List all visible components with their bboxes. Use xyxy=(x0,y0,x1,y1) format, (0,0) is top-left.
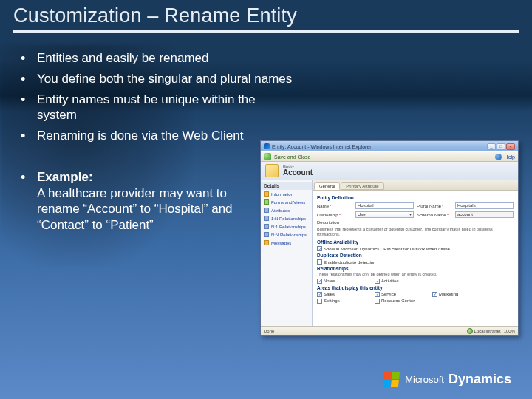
save-close-button[interactable]: Save and Close xyxy=(274,154,310,160)
activities-checkbox[interactable]: ✓ xyxy=(375,279,380,284)
tab-strip: General Primary Attribute xyxy=(313,180,518,191)
sidebar-item-label: Attributes xyxy=(271,208,290,213)
maximize-button[interactable]: □ xyxy=(497,143,505,150)
sidebar: Details Information Forms and Views Attr… xyxy=(261,180,313,326)
sidebar-item-forms-views[interactable]: Forms and Views xyxy=(261,198,312,206)
title-underline xyxy=(13,30,519,33)
sidebar-item-label: Forms and Views xyxy=(271,200,305,205)
relationships-note: These relationships may only be defined … xyxy=(317,272,514,277)
rel-icon xyxy=(264,216,269,221)
section-relationships: Relationships xyxy=(317,266,514,271)
ie-window: Entity: Account - Windows Internet Explo… xyxy=(260,140,519,336)
area-rc-label: Resource Center xyxy=(381,299,415,303)
area-marketing-checkbox[interactable]: ✓ xyxy=(432,292,437,297)
section-duplicate: Duplicate Detection xyxy=(317,253,514,258)
offline-label: Show in Microsoft Dynamics CRM client fo… xyxy=(324,247,450,251)
section-offline: Offline Availability xyxy=(317,239,514,245)
help-icon xyxy=(495,154,502,160)
bullet-item: Entity names must be unique within the s… xyxy=(21,92,257,124)
info-icon xyxy=(264,191,269,197)
minimize-button[interactable]: _ xyxy=(487,143,496,150)
close-button[interactable]: × xyxy=(506,143,515,150)
help-link[interactable]: Help xyxy=(505,154,515,160)
zoom-level[interactable]: 100% xyxy=(504,329,515,333)
schema-input: account xyxy=(455,211,514,218)
area-marketing-label: Marketing xyxy=(439,292,458,296)
messages-icon xyxy=(264,240,269,245)
example-label: Example: xyxy=(37,170,93,184)
sidebar-item-label: 1:N Relationships xyxy=(271,216,306,221)
zone-icon xyxy=(467,328,473,334)
entity-header: Entity Account xyxy=(261,162,518,180)
ie-window-title: Entity: Account - Windows Internet Explo… xyxy=(272,144,485,149)
area-service-checkbox[interactable]: ✓ xyxy=(375,292,380,297)
area-service-label: Service xyxy=(381,292,396,296)
ie-titlebar: Entity: Account - Windows Internet Explo… xyxy=(261,141,518,151)
plural-name-input[interactable]: Hospitals xyxy=(455,202,514,209)
zone-label: Local intranet xyxy=(474,329,501,333)
sidebar-item-label: Messages xyxy=(271,241,291,245)
sidebar-item-nn[interactable]: N:N Relationships xyxy=(261,231,312,239)
crm-toolbar: Save and Close Help xyxy=(261,151,518,162)
ie-favicon-icon xyxy=(264,143,270,149)
microsoft-flag-icon xyxy=(383,372,400,387)
ownership-label: Ownership* xyxy=(317,213,352,217)
status-done: Done xyxy=(264,329,274,333)
entity-folder-icon xyxy=(265,164,279,177)
sidebar-item-attributes[interactable]: Attributes xyxy=(261,206,312,214)
area-sales-label: Sales xyxy=(324,292,335,296)
forms-icon xyxy=(264,200,269,205)
attributes-icon xyxy=(264,208,269,213)
name-input[interactable]: Hospital xyxy=(355,202,414,209)
area-rc-checkbox[interactable] xyxy=(375,299,380,304)
sidebar-item-messages[interactable]: Messages xyxy=(261,239,312,247)
bullet-item: You define both the singular and plural … xyxy=(21,71,519,87)
rel-icon xyxy=(264,224,269,229)
save-close-icon xyxy=(264,153,271,160)
entity-name: Account xyxy=(283,168,313,177)
bullet-list: Entities and easily be renamed You defin… xyxy=(21,50,519,144)
sidebar-heading: Details xyxy=(261,182,312,190)
brand-word-2: Dynamics xyxy=(449,372,511,387)
security-zone: Local intranet xyxy=(467,328,501,334)
section-entity-definition: Entity Definition xyxy=(317,195,514,200)
sidebar-item-label: Information xyxy=(271,192,293,197)
bullet-item: Renaming is done via the Web Client xyxy=(21,128,257,144)
activities-label: Activities xyxy=(381,279,399,283)
sidebar-item-label: N:1 Relationships xyxy=(271,225,306,229)
ownership-select[interactable]: User xyxy=(355,211,414,218)
name-label: Name* xyxy=(317,204,352,208)
dup-label: Enable duplicate detection xyxy=(324,260,375,265)
sidebar-item-information[interactable]: Information xyxy=(261,190,312,198)
tab-primary-attribute[interactable]: Primary Attribute xyxy=(341,182,383,190)
brand-word-1: Microsoft xyxy=(405,374,444,385)
area-settings-label: Settings xyxy=(324,299,340,303)
plural-name-label: Plural Name* xyxy=(417,204,452,208)
schema-label: Schema Name* xyxy=(417,213,452,217)
notes-checkbox[interactable]: ✓ xyxy=(317,279,322,284)
offline-checkbox[interactable]: ✓ xyxy=(317,246,322,251)
rel-icon xyxy=(264,232,269,237)
sidebar-item-n1[interactable]: N:1 Relationships xyxy=(261,222,312,231)
area-settings-checkbox[interactable] xyxy=(317,299,322,304)
brand-footer: Microsoft Dynamics xyxy=(383,372,511,387)
example-body: A healthcare provider may want to rename… xyxy=(37,186,233,233)
dup-checkbox[interactable] xyxy=(317,259,322,265)
bullet-item-example: Example: A healthcare provider may want … xyxy=(21,169,257,233)
status-bar: Done Local intranet 100% xyxy=(261,326,518,335)
section-areas: Areas that display this entity xyxy=(317,285,514,290)
sidebar-item-1n[interactable]: 1:N Relationships xyxy=(261,214,312,222)
form-panel: Entity Definition Name* Hospital Plural … xyxy=(313,191,518,326)
description-text[interactable]: Business that represents a customer or p… xyxy=(317,227,514,236)
notes-label: Notes xyxy=(324,279,335,283)
tab-general[interactable]: General xyxy=(314,182,340,190)
bullet-item: Entities and easily be renamed xyxy=(21,50,519,66)
description-label: Description xyxy=(317,220,352,225)
sidebar-item-label: N:N Relationships xyxy=(271,233,307,237)
area-sales-checkbox[interactable]: ✓ xyxy=(317,292,322,297)
slide-title: Customization – Rename Entity xyxy=(0,0,532,30)
